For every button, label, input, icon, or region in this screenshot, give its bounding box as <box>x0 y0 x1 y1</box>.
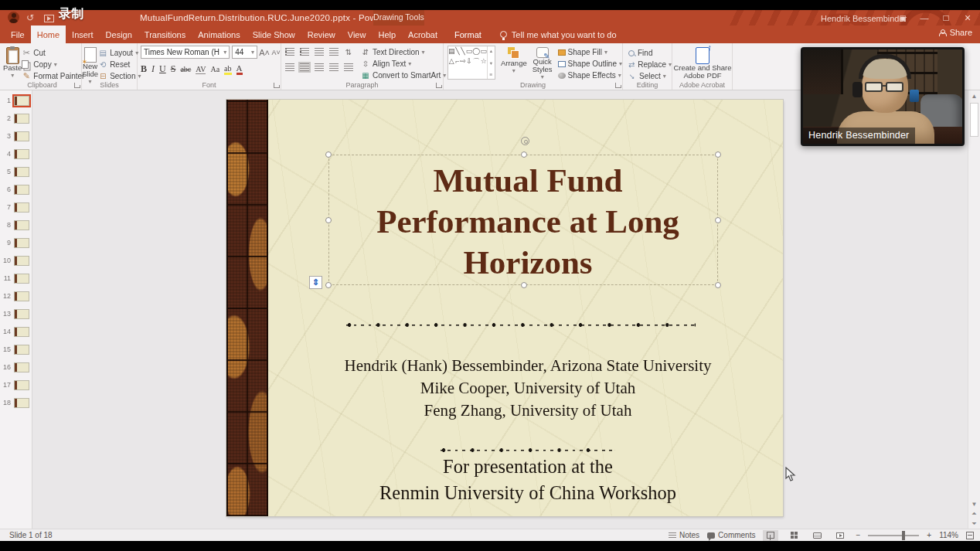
thumbnail-row[interactable]: 15 <box>2 344 30 355</box>
zoom-level[interactable]: 114% <box>939 531 958 539</box>
account-avatar-icon[interactable] <box>8 12 19 23</box>
increase-indent-icon[interactable] <box>329 48 339 56</box>
thumbnail-row[interactable]: 18 <box>2 397 30 408</box>
thumbnail-box[interactable] <box>14 185 29 195</box>
tab-help[interactable]: Help <box>372 26 402 43</box>
thumbnail-row[interactable]: 1 <box>2 95 30 106</box>
thumbnail-box[interactable] <box>14 131 29 141</box>
slideshow-view-button[interactable] <box>832 530 848 541</box>
shape-glyph[interactable]: ▭ <box>466 48 473 55</box>
thumbnail-row[interactable]: 6 <box>2 184 30 195</box>
thumbnail-box[interactable] <box>14 380 29 390</box>
format-painter-button[interactable]: Format Painter <box>22 70 84 82</box>
shape-fill-button[interactable]: Shape Fill▾ <box>558 46 622 58</box>
zoom-out-button[interactable]: − <box>856 531 860 539</box>
shape-glyph[interactable]: ⌒ <box>473 58 480 65</box>
scrollbar-thumb[interactable] <box>970 103 978 137</box>
find-button[interactable]: Find <box>628 47 672 59</box>
thumbnail-box[interactable] <box>14 362 29 372</box>
tab-insert[interactable]: Insert <box>66 26 100 43</box>
tab-file[interactable]: File <box>5 26 31 43</box>
shrink-font-icon[interactable]: A˅ <box>271 48 281 57</box>
italic-button[interactable]: I <box>151 63 155 75</box>
shape-glyph[interactable]: ▤ <box>448 48 455 55</box>
previous-slide-button[interactable]: ⏶ <box>968 509 980 519</box>
create-pdf-button[interactable]: Create and Share Adobe PDF <box>672 46 733 80</box>
thumbnail-row[interactable]: 10 <box>2 255 30 266</box>
font-size-combo[interactable]: 44▾ <box>232 46 257 59</box>
shape-glyph[interactable]: ◯ <box>472 48 480 55</box>
font-color-button[interactable]: A <box>236 63 243 75</box>
tab-view[interactable]: View <box>342 26 373 43</box>
thumbnail-row[interactable]: 17 <box>2 379 30 390</box>
thumbnail-box[interactable] <box>14 220 29 230</box>
shape-glyph[interactable]: △ <box>449 58 454 65</box>
start-slideshow-icon[interactable] <box>44 15 54 22</box>
resize-handle-s[interactable] <box>521 282 527 288</box>
thumbnail-box[interactable] <box>14 398 29 408</box>
convert-smartart-button[interactable]: ▦Convert to SmartArt▾ <box>361 70 446 81</box>
zoom-in-button[interactable]: + <box>927 531 931 539</box>
replace-button[interactable]: Replace▾ <box>628 59 672 70</box>
thumbnail-row[interactable]: 14 <box>2 326 30 337</box>
tell-me-box[interactable]: Tell me what you want to do <box>492 26 624 43</box>
thumbnail-box[interactable] <box>14 167 29 177</box>
author-list[interactable]: Hendrik (Hank) Bessembinder, Arizona Sta… <box>281 355 775 422</box>
ribbon-display-options-icon[interactable] <box>892 10 914 26</box>
align-right-icon[interactable] <box>315 63 324 71</box>
change-case-button[interactable]: Aa <box>210 65 219 73</box>
thumbnail-row[interactable]: 5 <box>2 166 30 177</box>
resize-handle-sw[interactable] <box>325 282 332 288</box>
grow-font-icon[interactable]: A˄ <box>260 48 269 57</box>
resize-handle-nw[interactable] <box>325 151 332 158</box>
tab-slide-show[interactable]: Slide Show <box>247 26 301 43</box>
thumbnail-box[interactable] <box>14 149 29 159</box>
paste-button[interactable]: Paste ▾ <box>3 46 22 82</box>
highlight-color-button[interactable]: ab <box>224 64 231 75</box>
reading-view-button[interactable] <box>809 530 825 541</box>
autofit-options-button[interactable] <box>309 276 322 289</box>
tab-format[interactable]: Format <box>444 26 492 43</box>
shape-glyph[interactable]: ╲ <box>455 48 459 55</box>
paragraph-dialog-launcher-icon[interactable] <box>436 83 441 88</box>
comments-button[interactable]: Comments <box>707 531 755 539</box>
thumbnail-row[interactable]: 3 <box>2 131 30 141</box>
shape-effects-button[interactable]: Shape Effects▾ <box>558 70 622 81</box>
tab-design[interactable]: Design <box>100 26 138 43</box>
scroll-up-icon[interactable]: ▲ <box>968 90 980 101</box>
shape-glyph[interactable]: ▭ <box>480 48 487 55</box>
webcam-overlay[interactable]: Hendrik Bessembinder <box>801 47 965 146</box>
shadow-button[interactable]: S <box>171 63 176 75</box>
next-slide-button[interactable]: ⏷ <box>968 519 980 529</box>
tab-acrobat[interactable]: Acrobat <box>402 26 444 43</box>
new-slide-button[interactable]: New Slide ▾ <box>82 46 98 86</box>
drawing-dialog-launcher-icon[interactable] <box>615 83 621 88</box>
thumbnail-row[interactable]: 13 <box>2 308 30 319</box>
text-direction-button[interactable]: ⇵Text Direction▾ <box>361 46 446 58</box>
share-button[interactable]: Share <box>939 28 972 37</box>
thumbnail-row[interactable]: 8 <box>2 219 30 230</box>
section-button[interactable]: Section▾ <box>98 70 141 82</box>
copy-button[interactable]: Copy▾ <box>22 59 84 70</box>
line-spacing-icon[interactable]: ⇅ <box>344 47 353 56</box>
quick-styles-button[interactable]: Quick Styles ▾ <box>533 46 553 81</box>
thumbnail-box[interactable] <box>14 256 29 266</box>
scroll-down-icon[interactable]: ▼ <box>968 499 980 508</box>
zoom-slider-thumb[interactable] <box>902 531 905 540</box>
arrange-button[interactable]: Arrange ▾ <box>501 46 527 75</box>
layout-button[interactable]: Layout▾ <box>98 47 141 59</box>
slide-1[interactable]: Mutual Fund Performance at Long Horizons <box>226 100 783 516</box>
shape-glyph[interactable]: ⌐ <box>455 58 459 65</box>
zoom-slider[interactable] <box>868 535 919 536</box>
thumbnail-box[interactable] <box>14 327 29 337</box>
thumbnail-row[interactable]: 11 <box>2 273 30 284</box>
resize-handle-se[interactable] <box>715 282 721 288</box>
shapes-gallery[interactable]: ▤ ╲ ╲ ▭ ◯ ▭ ▴▾≡ △ ⌐ ⇨ ⇩ ⌒ ☆ <box>447 46 495 80</box>
thumbnail-box[interactable] <box>14 309 29 319</box>
font-dialog-launcher-icon[interactable] <box>274 83 279 88</box>
title-selection-box[interactable] <box>328 155 718 285</box>
vertical-scrollbar[interactable]: ▲ ▼ ⏶ ⏷ <box>968 90 980 529</box>
thumbnail-box[interactable] <box>14 96 29 106</box>
select-button[interactable]: Select▾ <box>628 70 672 82</box>
font-family-combo[interactable]: Times New Roman (H▾ <box>141 46 230 59</box>
